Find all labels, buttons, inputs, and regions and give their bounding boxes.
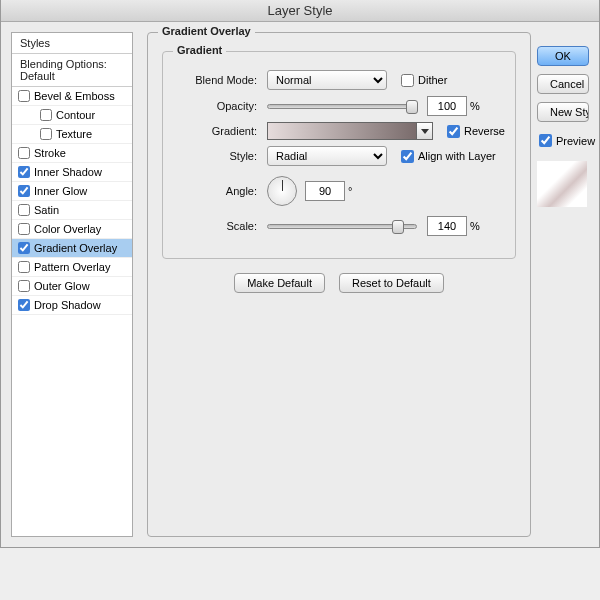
ok-button[interactable]: OK [537,46,589,66]
scale-label: Scale: [173,220,257,232]
sidebar-item-drop-shadow[interactable]: Drop Shadow [12,296,132,315]
scale-unit: % [470,220,480,232]
gradient-label: Gradient: [173,125,257,137]
panel-title: Gradient Overlay [158,25,255,37]
opacity-slider-thumb[interactable] [406,100,418,114]
dither-label: Dither [418,74,447,86]
gradient-swatch[interactable] [267,122,417,140]
sidebar-item-bevel-emboss[interactable]: Bevel & Emboss [12,87,132,106]
sidebar-item-contour[interactable]: Contour [12,106,132,125]
dialog-title: Layer Style [1,0,599,22]
cancel-button[interactable]: Cancel [537,74,589,94]
sidebar-item-label: Bevel & Emboss [34,90,115,102]
styles-sidebar: Styles Blending Options: Default Bevel &… [11,32,133,537]
sidebar-item-stroke[interactable]: Stroke [12,144,132,163]
style-label: Style: [173,150,257,162]
sidebar-item-label: Gradient Overlay [34,242,117,254]
sidebar-item-inner-glow[interactable]: Inner Glow [12,182,132,201]
blending-options-header[interactable]: Blending Options: Default [12,54,132,87]
angle-input[interactable] [305,181,345,201]
sidebar-item-label: Pattern Overlay [34,261,110,273]
opacity-unit: % [470,100,480,112]
sidebar-checkbox[interactable] [18,147,30,159]
blend-mode-label: Blend Mode: [173,74,257,86]
sidebar-checkbox[interactable] [18,223,30,235]
sidebar-checkbox[interactable] [18,242,30,254]
styles-header[interactable]: Styles [12,33,132,54]
gradient-group: Gradient Blend Mode: Normal Dither Opaci… [162,51,516,259]
sidebar-checkbox[interactable] [18,299,30,311]
dialog-body: Styles Blending Options: Default Bevel &… [1,22,599,547]
sidebar-checkbox[interactable] [18,185,30,197]
blend-mode-select[interactable]: Normal [267,70,387,90]
dialog-right-column: OK Cancel New Style... Preview [531,32,589,537]
sidebar-item-label: Satin [34,204,59,216]
preview-checkbox[interactable] [539,134,552,147]
scale-input[interactable] [427,216,467,236]
opacity-slider[interactable] [267,104,417,109]
sidebar-item-label: Contour [56,109,95,121]
layer-style-dialog: Layer Style Styles Blending Options: Def… [0,0,600,548]
sidebar-item-outer-glow[interactable]: Outer Glow [12,277,132,296]
reverse-label: Reverse [464,125,505,137]
opacity-label: Opacity: [173,100,257,112]
gradient-picker-arrow[interactable] [417,122,433,140]
angle-dial[interactable] [267,176,297,206]
dither-checkbox[interactable] [401,74,414,87]
align-with-layer-checkbox[interactable] [401,150,414,163]
scale-slider[interactable] [267,224,417,229]
sidebar-checkbox[interactable] [40,128,52,140]
sidebar-item-color-overlay[interactable]: Color Overlay [12,220,132,239]
sidebar-item-satin[interactable]: Satin [12,201,132,220]
angle-unit: ° [348,185,352,197]
opacity-input[interactable] [427,96,467,116]
sidebar-item-label: Outer Glow [34,280,90,292]
sidebar-item-gradient-overlay[interactable]: Gradient Overlay [12,239,132,258]
sidebar-checkbox[interactable] [18,90,30,102]
preview-swatch [537,161,587,207]
sidebar-checkbox[interactable] [18,204,30,216]
sidebar-item-pattern-overlay[interactable]: Pattern Overlay [12,258,132,277]
sidebar-checkbox[interactable] [18,261,30,273]
sidebar-item-label: Texture [56,128,92,140]
sidebar-checkbox[interactable] [18,280,30,292]
sidebar-item-label: Drop Shadow [34,299,101,311]
sidebar-item-inner-shadow[interactable]: Inner Shadow [12,163,132,182]
style-select[interactable]: Radial [267,146,387,166]
reset-to-default-button[interactable]: Reset to Default [339,273,444,293]
gradient-overlay-fieldset: Gradient Overlay Gradient Blend Mode: No… [147,32,531,537]
gradient-group-title: Gradient [173,44,226,56]
sidebar-item-texture[interactable]: Texture [12,125,132,144]
sidebar-checkbox[interactable] [40,109,52,121]
reverse-checkbox[interactable] [447,125,460,138]
preview-label: Preview [556,135,595,147]
sidebar-checkbox[interactable] [18,166,30,178]
make-default-button[interactable]: Make Default [234,273,325,293]
scale-slider-thumb[interactable] [392,220,404,234]
align-with-layer-label: Align with Layer [418,150,496,162]
main-panel: Gradient Overlay Gradient Blend Mode: No… [133,22,599,547]
sidebar-item-label: Inner Shadow [34,166,102,178]
new-style-button[interactable]: New Style... [537,102,589,122]
sidebar-item-label: Inner Glow [34,185,87,197]
sidebar-item-label: Stroke [34,147,66,159]
angle-label: Angle: [173,185,257,197]
sidebar-item-label: Color Overlay [34,223,101,235]
